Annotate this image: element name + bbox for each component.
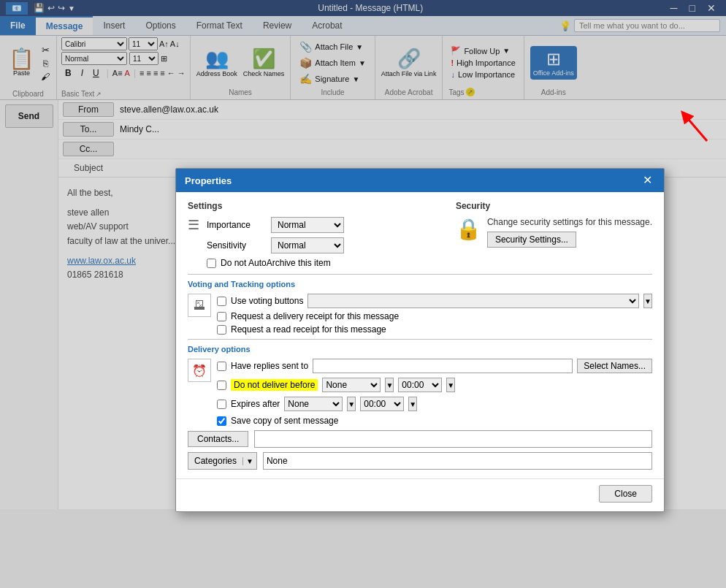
security-content: Change security settings for this messag…	[487, 217, 652, 248]
do-not-deliver-row: Do not deliver before None ▼ 00:00 ▼	[217, 378, 652, 392]
contacts-input[interactable]	[254, 430, 652, 448]
security-description: Change security settings for this messag…	[487, 217, 652, 227]
contacts-button[interactable]: Contacts...	[188, 431, 248, 447]
expires-after-time[interactable]: 00:00	[360, 397, 404, 411]
importance-row: ☰ Importance Normal High Low	[188, 217, 444, 233]
expires-after-row: Expires after None ▼ 00:00 ▼	[217, 397, 652, 411]
expires-after-label: Expires after	[231, 399, 280, 409]
security-settings-button[interactable]: Security Settings...	[487, 232, 576, 248]
have-replies-label: Have replies sent to	[231, 361, 308, 371]
voting-icon: 🗳	[188, 294, 211, 317]
lock-icon: 🔒	[456, 217, 481, 241]
settings-section: Settings ☰ Importance Normal High Low Se…	[188, 201, 444, 268]
delivery-receipt-checkbox[interactable]	[217, 312, 226, 321]
do-not-deliver-time-expand[interactable]: ▼	[446, 378, 455, 392]
read-receipt-checkbox[interactable]	[217, 325, 226, 335]
autoarchive-row: Do not AutoArchive this item	[188, 258, 444, 268]
settings-icon: ☰	[188, 217, 199, 233]
voting-expand[interactable]: ▼	[643, 294, 652, 308]
do-not-deliver-date-expand[interactable]: ▼	[385, 378, 394, 392]
do-not-deliver-time[interactable]: 00:00	[398, 378, 442, 392]
delivery-title: Delivery options	[188, 345, 251, 354]
use-voting-label: Use voting buttons	[231, 296, 303, 306]
security-section: Security 🔒 Change security settings for …	[456, 201, 652, 268]
delivery-receipt-row: Request a delivery receipt for this mess…	[217, 311, 652, 321]
expires-after-time-expand[interactable]: ▼	[408, 397, 417, 411]
voting-section: 🗳 Use voting buttons ▼ Request a deliver…	[188, 294, 652, 335]
delivery-divider: Delivery options	[188, 339, 652, 354]
settings-title: Settings	[188, 201, 444, 211]
categories-row: Categories ▼	[188, 452, 652, 470]
dialog-close-btn[interactable]: Close	[599, 485, 652, 503]
use-voting-row: Use voting buttons ▼	[217, 294, 652, 308]
importance-label: Importance	[207, 220, 265, 230]
expires-after-checkbox[interactable]	[217, 400, 226, 409]
do-not-deliver-checkbox[interactable]	[217, 381, 226, 390]
sensitivity-label: Sensitivity	[207, 240, 265, 251]
expires-after-date[interactable]: None	[284, 397, 343, 411]
security-title: Security	[456, 201, 652, 211]
sensitivity-select[interactable]: Normal Personal Private Confidential	[271, 237, 344, 253]
delivery-icon: ⏰	[188, 359, 211, 382]
importance-select[interactable]: Normal High Low	[271, 217, 344, 233]
properties-dialog: Properties ✕ Settings ☰ Importance Norma…	[175, 168, 665, 512]
dialog-footer: Close	[176, 478, 664, 511]
voting-title: Voting and Tracking options	[188, 280, 295, 289]
select-names-button[interactable]: Select Names...	[577, 359, 652, 373]
voting-options: Use voting buttons ▼ Request a delivery …	[217, 294, 652, 335]
use-voting-checkbox[interactable]	[217, 297, 226, 306]
autoarchive-checkbox[interactable]	[207, 259, 216, 268]
read-receipt-label: Request a read receipt for this message	[231, 324, 386, 335]
dialog-title: Properties	[185, 175, 232, 186]
voting-dropdown[interactable]	[307, 294, 639, 308]
delivery-options: Have replies sent to Select Names... Do …	[217, 359, 652, 426]
delivery-receipt-label: Request a delivery receipt for this mess…	[231, 311, 399, 321]
have-replies-checkbox[interactable]	[217, 362, 226, 371]
have-replies-input[interactable]	[313, 359, 573, 373]
dialog-body: Settings ☰ Importance Normal High Low Se…	[176, 192, 664, 478]
do-not-deliver-label: Do not deliver before	[231, 379, 318, 391]
save-copy-checkbox[interactable]	[217, 416, 226, 426]
delivery-section: ⏰ Have replies sent to Select Names... D…	[188, 359, 652, 426]
do-not-deliver-date[interactable]: None	[322, 378, 381, 392]
categories-button[interactable]: Categories ▼	[188, 452, 257, 470]
read-receipt-row: Request a read receipt for this message	[217, 324, 652, 335]
expires-after-date-expand[interactable]: ▼	[347, 397, 356, 411]
sensitivity-row: Sensitivity Normal Personal Private Conf…	[188, 237, 444, 253]
voting-divider: Voting and Tracking options	[188, 274, 652, 289]
save-copy-row: Save copy of sent message	[217, 416, 652, 426]
dialog-titlebar: Properties ✕	[176, 169, 664, 192]
autoarchive-label: Do not AutoArchive this item	[221, 258, 331, 268]
have-replies-row: Have replies sent to Select Names...	[217, 359, 652, 373]
dialog-close-button[interactable]: ✕	[640, 175, 655, 186]
save-copy-label: Save copy of sent message	[231, 416, 338, 426]
contacts-row: Contacts...	[188, 430, 652, 448]
categories-input[interactable]	[263, 452, 652, 470]
